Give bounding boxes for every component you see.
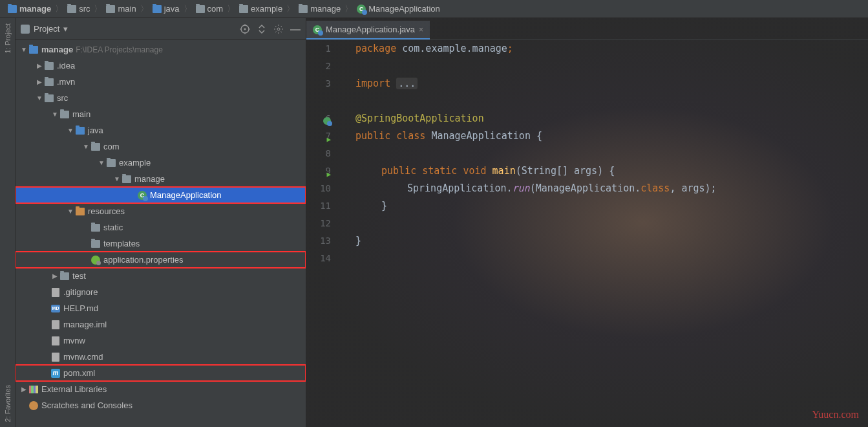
folder-icon (196, 5, 205, 13)
editor-area: C ManageApplication.java × 1 2 3 6 7▶ 8 … (306, 18, 868, 427)
tree-manage-pkg[interactable]: ▼manage (16, 171, 306, 187)
dropdown-icon[interactable]: ▾ (63, 24, 68, 34)
folder-icon (60, 272, 69, 280)
tab-manage-application[interactable]: C ManageApplication.java × (306, 21, 430, 39)
crumb-main[interactable]: main (103, 4, 138, 14)
module-icon (29, 46, 38, 54)
file-icon (52, 336, 59, 345)
crumb-java[interactable]: java (150, 4, 182, 14)
tree-external-libraries[interactable]: ▶External Libraries (16, 381, 306, 397)
file-icon (52, 353, 59, 362)
svg-point-6 (277, 28, 280, 30)
folder-icon (91, 240, 100, 248)
scratches-icon (29, 401, 38, 410)
tree-mvn[interactable]: ▶.mvn (16, 74, 306, 90)
svg-point-1 (244, 28, 246, 30)
tree-templates[interactable]: templates (16, 235, 306, 252)
class-icon: C (138, 191, 147, 200)
file-icon (52, 288, 59, 297)
markdown-icon: MD (51, 305, 60, 312)
file-icon (52, 320, 59, 329)
folder-icon (67, 5, 76, 13)
folder-icon (91, 224, 100, 232)
tree-mvnw-cmd[interactable]: mvnw.cmd (16, 349, 306, 365)
class-icon: C (357, 5, 366, 14)
tree-static[interactable]: static (16, 219, 306, 235)
project-tree: ▼manageF:\IDEA Projects\manage ▶.idea ▶.… (16, 40, 306, 427)
folder-icon (45, 78, 54, 86)
minimize-icon[interactable]: — (290, 24, 301, 34)
side-tab-favorites[interactable]: 2: Favorites (2, 380, 14, 427)
project-title[interactable]: Project (34, 24, 59, 34)
tab-bar: C ManageApplication.java × (306, 18, 868, 40)
tree-application-properties[interactable]: application.properties (16, 252, 306, 268)
tree-manage-iml[interactable]: manage.iml (16, 316, 306, 333)
tree-help-md[interactable]: MDHELP.md (16, 300, 306, 316)
properties-icon (91, 256, 100, 265)
tree-src[interactable]: ▼src (16, 90, 306, 106)
tab-label: ManageApplication.java (326, 25, 415, 34)
folder-icon (122, 175, 131, 183)
folder-icon (153, 5, 162, 13)
folder-icon (76, 127, 85, 135)
folder-icon (76, 208, 85, 215)
settings-icon[interactable] (273, 24, 284, 34)
folder-icon (239, 5, 248, 13)
tree-java[interactable]: ▼java (16, 122, 306, 138)
project-panel: Project ▾ — ▼manageF:\IDEA Projects\mana… (16, 18, 306, 427)
tree-pom-xml[interactable]: mpom.xml (16, 365, 306, 381)
crumb-manage-app[interactable]: CManageApplication (354, 4, 443, 14)
folder-icon (45, 94, 54, 102)
crumb-src[interactable]: src (65, 4, 92, 14)
crumb-manage-pkg[interactable]: manage (296, 4, 343, 14)
side-tab-project[interactable]: 1: Project (2, 18, 14, 58)
project-header: Project ▾ — (16, 18, 306, 40)
tree-resources[interactable]: ▼resources (16, 203, 306, 219)
locate-icon[interactable] (240, 24, 250, 34)
close-icon[interactable]: × (419, 25, 423, 34)
folder-icon (107, 159, 116, 167)
tree-com[interactable]: ▼com (16, 138, 306, 155)
code-editor[interactable]: package com.example.manage; import ... @… (343, 40, 717, 267)
expand-all-icon[interactable] (257, 24, 267, 34)
crumb-com[interactable]: com (193, 4, 226, 14)
folder-icon (91, 143, 100, 151)
crumb-manage[interactable]: manage (5, 4, 54, 14)
tree-test[interactable]: ▶test (16, 268, 306, 284)
crumb-example[interactable]: example (237, 4, 285, 14)
tree-manage-application[interactable]: CManageApplication (16, 187, 306, 203)
tree-scratches[interactable]: Scratches and Consoles (16, 397, 306, 413)
side-tabs: 1: Project 2: Favorites (0, 18, 16, 427)
tree-example[interactable]: ▼example (16, 155, 306, 171)
watermark: Yuucn.com (812, 409, 859, 421)
libraries-icon (29, 386, 38, 393)
folder-icon (299, 5, 308, 13)
tree-gitignore[interactable]: .gitignore (16, 284, 306, 300)
tree-main[interactable]: ▼main (16, 106, 306, 122)
line-gutter: 1 2 3 6 7▶ 8 9▶ 10 11 12 13 14 (306, 40, 343, 267)
tree-root[interactable]: ▼manageF:\IDEA Projects\manage (16, 41, 306, 58)
maven-icon: m (51, 369, 60, 378)
breadcrumb: manage〉 src〉 main〉 java〉 com〉 example〉 m… (0, 0, 868, 18)
class-icon: C (313, 25, 322, 34)
project-icon (21, 25, 30, 34)
folder-icon (60, 111, 69, 118)
tree-mvnw[interactable]: mvnw (16, 333, 306, 349)
folder-icon (106, 5, 115, 13)
tree-idea[interactable]: ▶.idea (16, 58, 306, 74)
folder-icon (8, 5, 17, 13)
folder-icon (45, 62, 54, 70)
